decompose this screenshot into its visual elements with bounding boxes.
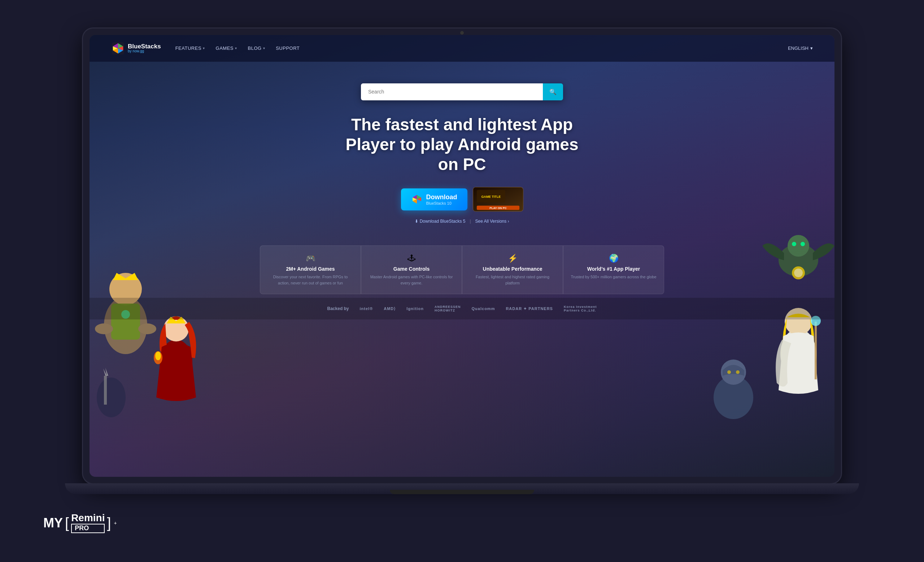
svg-point-25 (736, 370, 740, 374)
game-banner: GAME TITLE PLAY ON PC (473, 187, 523, 211)
svg-point-24 (727, 370, 731, 374)
chevron-down-icon: ▾ (263, 46, 265, 50)
download-bs5-link[interactable]: ⬇ Download BlueStacks 5 (415, 219, 465, 224)
backer-korea: Korea InvestmentPartners Co.,Ltd. (564, 305, 597, 312)
remini-my-text: MY (44, 516, 63, 531)
backer-intel: intel® (360, 306, 373, 311)
nav-support[interactable]: SUPPORT (276, 45, 300, 51)
remini-pro-text: PRO (71, 524, 105, 533)
svg-point-4 (138, 324, 156, 334)
svg-point-6 (160, 340, 192, 383)
language-selector[interactable]: ENGLISH ▾ (788, 45, 813, 51)
backer-qualcomm: Qualcomm (472, 306, 495, 311)
svg-point-3 (95, 324, 113, 334)
svg-point-7 (164, 316, 189, 342)
nav-features[interactable]: FEATURES ▾ (176, 45, 205, 51)
logo-text: BlueStacks by now.gg (128, 43, 161, 53)
logo-icon (111, 42, 125, 55)
remini-logo: MY [ Remini PRO ] + (44, 513, 117, 533)
bluestacks-logo-icon (411, 193, 423, 205)
webcam-dot (460, 31, 464, 34)
nav-games[interactable]: GAMES ▾ (216, 45, 237, 51)
laptop-base (65, 483, 859, 494)
secondary-links: ⬇ Download BlueStacks 5 | See All Versio… (415, 219, 509, 224)
svg-rect-11 (104, 376, 107, 405)
performance-icon: ⚡ (470, 254, 555, 263)
nav-blog[interactable]: BLOG ▾ (248, 45, 265, 51)
svg-point-22 (714, 376, 753, 419)
chevron-down-icon: ▾ (203, 46, 205, 50)
bracket-left-icon: [ (65, 516, 69, 530)
app-player-icon: 🌍 (571, 254, 657, 263)
feature-performance: ⚡ Unbeatable Performance Fastest, lighte… (462, 246, 563, 294)
hero-section: 🔍 The fastest and lightest App Player to… (90, 62, 834, 238)
android-games-icon: 🎮 (267, 254, 353, 263)
svg-text:GAME TITLE: GAME TITLE (481, 195, 501, 199)
feature-app-player: 🌍 World's #1 App Player Trusted by 500+ … (563, 246, 664, 294)
remini-name-text: Remini (71, 513, 105, 524)
nav-links: FEATURES ▾ GAMES ▾ BLOG ▾ SUPPORT (176, 45, 788, 51)
backer-amd: AMD⟩ (384, 306, 396, 311)
search-button[interactable]: 🔍 (543, 83, 563, 100)
game-controls-icon: 🕹 (369, 254, 454, 263)
features-row: 🎮 2M+ Android Games Discover your next f… (90, 246, 834, 294)
svg-point-23 (721, 360, 746, 385)
backer-radar: RADAR ✦ PARTNERS (506, 306, 553, 311)
hero-title: The fastest and lightest App Player to p… (336, 115, 588, 175)
svg-point-10 (97, 378, 126, 417)
logo[interactable]: BlueStacks by now.gg (111, 42, 161, 55)
search-bar: 🔍 (361, 83, 563, 100)
svg-text:PLAY ON PC: PLAY ON PC (489, 207, 507, 210)
backed-by-row: Backed by intel® AMD⟩ Ignition ANDREESSE… (90, 298, 834, 319)
logo-main-text: BlueStacks (128, 43, 161, 49)
feature-android-games: 🎮 2M+ Android Games Discover your next f… (260, 246, 361, 294)
remini-name-block: Remini PRO (71, 513, 105, 533)
all-versions-link[interactable]: See All Versions › (476, 219, 509, 224)
svg-point-8 (154, 351, 162, 364)
download-btn-text: Download BlueStacks 10 (426, 193, 457, 205)
bluestacks-page: BlueStacks by now.gg FEATURES ▾ GAMES ▾ (90, 35, 834, 477)
svg-rect-20 (814, 322, 817, 379)
chevron-down-icon: ▾ (810, 45, 813, 51)
search-input[interactable] (361, 83, 543, 100)
navigation: BlueStacks by now.gg FEATURES ▾ GAMES ▾ (90, 35, 834, 62)
svg-point-18 (780, 329, 816, 379)
nav-right: ENGLISH ▾ (788, 45, 813, 51)
svg-point-9 (155, 352, 161, 360)
backer-a16z: ANDREESSENHOROWITZ (435, 305, 461, 312)
logo-sub-text: by now.gg (128, 49, 161, 53)
divider: | (470, 219, 471, 224)
game-play-button[interactable]: GAME TITLE PLAY ON PC (473, 187, 524, 211)
download-bluestacks-button[interactable]: Download BlueStacks 10 (401, 189, 467, 210)
chevron-down-icon: ▾ (235, 46, 237, 50)
feature-game-controls: 🕹 Game Controls Master Android games wit… (361, 246, 462, 294)
search-icon: 🔍 (549, 88, 556, 95)
cta-row: Download BlueStacks 10 (401, 187, 524, 211)
bracket-right-icon: ] (107, 516, 111, 530)
remini-plus-icon: + (114, 520, 117, 526)
backer-ignition: Ignition (406, 306, 424, 311)
